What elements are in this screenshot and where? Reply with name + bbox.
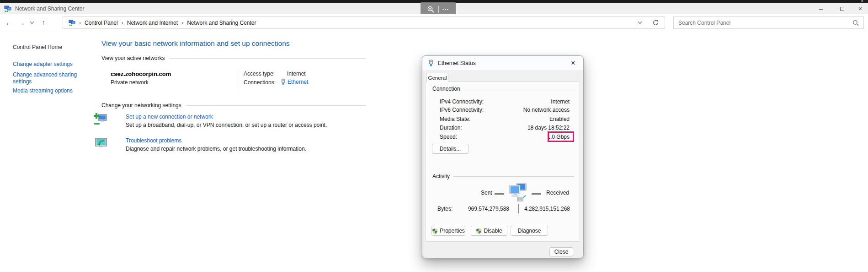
dialog-close-button[interactable]: × [567,58,580,68]
network-profile: Private network [111,79,149,86]
breadcrumb-network-sharing-center[interactable]: Network and Sharing Center [187,20,256,26]
page-title: View your basic network information and … [101,39,290,48]
activity-group-label: Activity [432,173,450,180]
minimize-button[interactable]: – [810,3,831,14]
more-options-icon[interactable]: ••• [442,8,449,11]
bytes-sent-value: 969,574,279,588 [453,206,509,212]
received-dash [532,193,541,195]
row-label: Media State: [440,116,470,123]
search-box[interactable] [673,16,864,29]
task-troubleshoot-link[interactable]: Troubleshoot problems [126,137,181,144]
sidebar-item-change-advanced-sharing[interactable]: Change advanced sharing settings [13,71,82,85]
group-rule [464,89,574,89]
task-setup-connection-link[interactable]: Set up a new connection or network [126,114,213,120]
section-active-label: View your active networks [101,55,165,61]
window-title: Network and Sharing Center [15,3,84,14]
address-bar[interactable]: › Control Panel › Network and Internet ›… [63,16,665,29]
zoom-magnifier-icon[interactable] [427,5,435,13]
search-icon[interactable] [852,20,859,26]
speed-highlight-annotation [548,131,574,142]
sent-dash [495,193,504,195]
sidebar-item-change-adapter-settings[interactable]: Change adapter settings [13,61,73,67]
breadcrumb-control-panel[interactable]: Control Panel [85,20,118,26]
activity-computers-icon [508,182,527,203]
sidebar-item-control-panel-home[interactable]: Control Panel Home [13,44,62,50]
connections-value: Ethernet [281,78,308,85]
dialog-title: Ethernet Status [438,60,476,66]
back-button[interactable]: ← [3,14,15,31]
task-troubleshoot-desc: Diagnose and repair network problems, or… [126,146,306,152]
bytes-separator [518,204,519,213]
bytes-received-value: 4,282,915,151,268 [523,206,570,212]
row-label: Duration: [440,125,462,132]
address-dropdown-chevron-icon[interactable] [638,21,642,24]
diagnose-button[interactable]: Diagnose [511,226,548,236]
network-divider [238,67,238,88]
row-label: Speed: [440,134,457,141]
row-label: IPv6 Connectivity: [440,107,484,114]
uac-shield-icon [432,228,438,234]
details-button[interactable]: Details... [432,144,469,154]
row-label: IPv4 Connectivity: [440,98,484,106]
forward-button[interactable]: → [16,14,27,31]
network-app-icon [4,5,11,12]
search-input[interactable] [678,20,852,26]
activity-group-header: Activity [432,173,574,180]
close-dialog-button[interactable]: Close [549,247,573,256]
breadcrumb-network-and-internet[interactable]: Network and Internet [127,20,178,26]
connection-group-header: Connection [432,86,574,92]
row-media-state: Media State: Enabled [440,116,570,123]
group-rule [453,176,574,177]
toolbar-divider [438,6,439,13]
section-networking-settings: Change your networking settings [101,102,366,109]
dialog-tab-page: Connection IPv4 Connectivity: Internet I… [426,82,580,242]
crumb-separator: › [79,20,81,26]
uac-shield-icon [476,228,482,234]
row-value: Enabled [549,116,570,123]
task-setup-connection-desc: Set up a broadband, dial-up, or VPN conn… [126,122,327,128]
ethernet-plug-icon [428,59,434,67]
ethernet-status-dialog: Ethernet Status × General Connection IPv… [422,55,584,258]
troubleshoot-icon [95,137,107,149]
sidebar-item-media-streaming[interactable]: Media streaming options [13,87,73,94]
ethernet-plug-icon [281,78,286,85]
properties-button[interactable]: Properties [431,226,465,236]
properties-label: Properties [440,228,465,234]
crumb-separator: › [122,20,123,26]
section-rule [186,105,366,106]
access-type-label: Access type: [244,71,275,77]
disable-label: Disable [484,228,502,234]
disable-button[interactable]: Disable [471,226,507,236]
row-value: 18 days 18:52:22 [527,125,570,132]
restore-icon [840,7,844,11]
connections-label: Connections: [244,79,276,86]
row-value: Internet [551,98,570,106]
sent-label: Sent [481,190,492,196]
close-button[interactable]: × [852,3,868,14]
window-controls: – × [810,3,868,14]
bytes-label: Bytes: [437,206,453,212]
row-ipv6: IPv6 Connectivity: No network access [440,107,570,114]
row-value: No network access [523,107,570,114]
connection-group-label: Connection [432,86,460,92]
access-type-value: Internet [287,71,306,77]
breadcrumb-network-icon [69,19,75,26]
section-active-networks: View your active networks [101,55,366,61]
section-settings-label: Change your networking settings [101,102,181,109]
crumb-separator: › [181,20,183,26]
row-duration: Duration: 18 days 18:52:22 [440,125,570,132]
recent-pages-chevron-icon[interactable] [27,14,37,31]
up-button[interactable]: ↑ [37,14,49,31]
row-ipv4: IPv4 Connectivity: Internet [440,98,570,106]
ethernet-link[interactable]: Ethernet [288,79,308,85]
tab-general[interactable]: General [426,73,448,82]
maximize-button[interactable] [831,3,852,14]
refresh-icon[interactable] [652,19,659,26]
network-name: csez.zohocorpin.com [111,71,171,77]
dialog-titlebar: Ethernet Status [422,56,583,70]
received-label: Received [546,190,569,196]
section-rule [170,58,366,59]
new-connection-icon [93,112,108,126]
